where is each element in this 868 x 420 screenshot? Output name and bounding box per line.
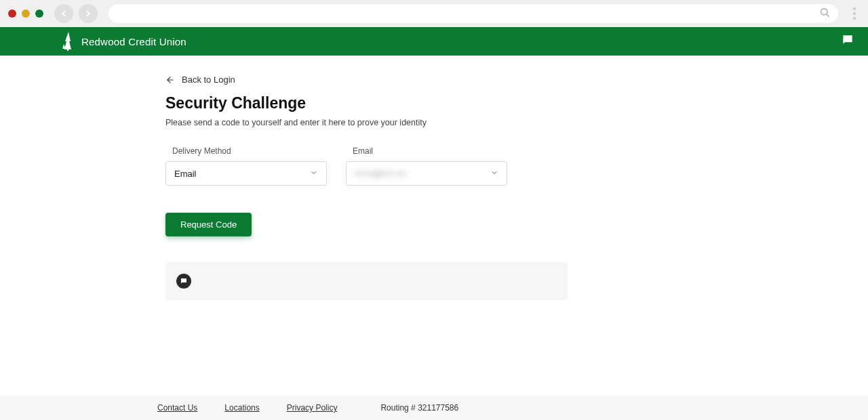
minimize-window-icon[interactable] — [22, 9, 30, 18]
email-group: Email ••••••@••••.••• — [346, 146, 507, 186]
url-bar[interactable] — [108, 4, 838, 23]
delivery-method-label: Delivery Method — [172, 146, 327, 156]
chat-bubble-icon — [841, 33, 854, 47]
email-select[interactable]: ••••••@••••.••• — [346, 161, 507, 186]
delivery-method-value: Email — [174, 169, 310, 179]
arrow-left-icon — [165, 75, 175, 85]
arrow-left-icon — [59, 9, 68, 18]
maximize-window-icon[interactable] — [35, 9, 43, 18]
brand-name: Redwood Credit Union — [81, 36, 186, 47]
close-window-icon[interactable] — [8, 9, 16, 18]
window-controls — [8, 9, 43, 18]
request-code-button[interactable]: Request Code — [165, 213, 252, 236]
back-to-login-link[interactable]: Back to Login — [165, 75, 868, 85]
main-content: Back to Login Security Challenge Please … — [0, 56, 868, 396]
menu-dot-icon — [853, 12, 856, 15]
brand-logo[interactable]: Redwood Credit Union — [62, 32, 186, 51]
browser-back-button[interactable] — [54, 4, 73, 23]
form-row: Delivery Method Email Email ••••••@••••.… — [165, 146, 868, 186]
search-icon[interactable] — [819, 7, 830, 20]
page-title: Security Challenge — [165, 94, 868, 112]
footer-contact-link[interactable]: Contact Us — [157, 403, 197, 413]
chat-button[interactable] — [841, 33, 854, 49]
browser-menu-button[interactable] — [849, 7, 860, 20]
arrow-right-icon — [83, 9, 93, 18]
app-header: Redwood Credit Union — [0, 27, 868, 56]
delivery-method-group: Delivery Method Email — [165, 146, 327, 186]
chat-info-icon[interactable] — [176, 274, 191, 289]
delivery-method-select[interactable]: Email — [165, 161, 327, 186]
email-value: ••••••@••••.••• — [355, 169, 490, 179]
footer-locations-link[interactable]: Locations — [224, 403, 259, 413]
redwood-tree-icon — [62, 32, 75, 51]
chevron-down-icon — [490, 167, 498, 180]
routing-number: Routing # 321177586 — [380, 403, 458, 413]
footer: Contact Us Locations Privacy Policy Rout… — [0, 396, 868, 420]
footer-privacy-link[interactable]: Privacy Policy — [287, 403, 338, 413]
email-label: Email — [353, 146, 507, 156]
browser-chrome — [0, 0, 868, 27]
menu-dot-icon — [853, 7, 856, 10]
info-panel — [165, 262, 568, 300]
page-subtitle: Please send a code to yourself and enter… — [165, 118, 868, 127]
browser-forward-button[interactable] — [79, 4, 98, 23]
back-link-text: Back to Login — [182, 75, 235, 85]
menu-dot-icon — [853, 17, 856, 20]
chevron-down-icon — [310, 167, 318, 180]
svg-line-1 — [827, 14, 829, 16]
